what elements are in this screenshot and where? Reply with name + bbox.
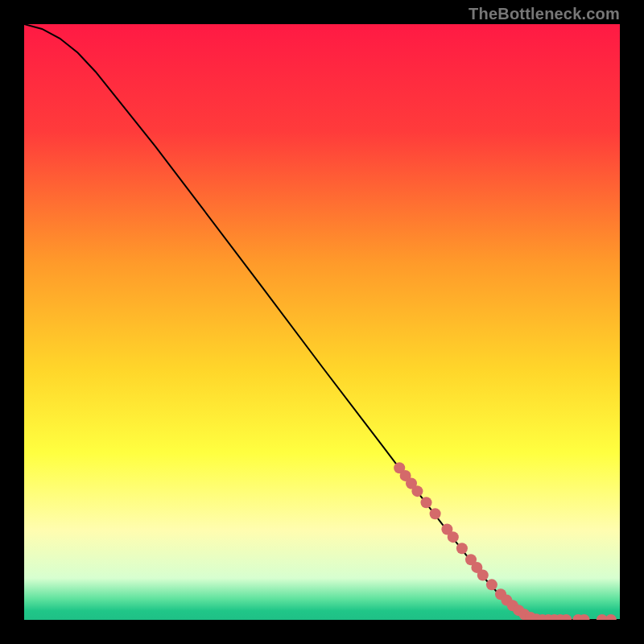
gradient-background	[24, 24, 620, 620]
chart-stage: TheBottleneck.com	[0, 0, 644, 644]
marker-dot	[421, 497, 432, 508]
marker-dot	[411, 485, 423, 497]
marker-dot	[456, 543, 468, 554]
plot-area	[24, 24, 620, 620]
watermark-label: TheBottleneck.com	[469, 5, 620, 23]
marker-dot	[430, 508, 441, 519]
marker-dot	[486, 579, 497, 590]
marker-dot	[477, 570, 489, 581]
marker-dot	[448, 531, 459, 543]
chart-svg	[24, 24, 620, 620]
